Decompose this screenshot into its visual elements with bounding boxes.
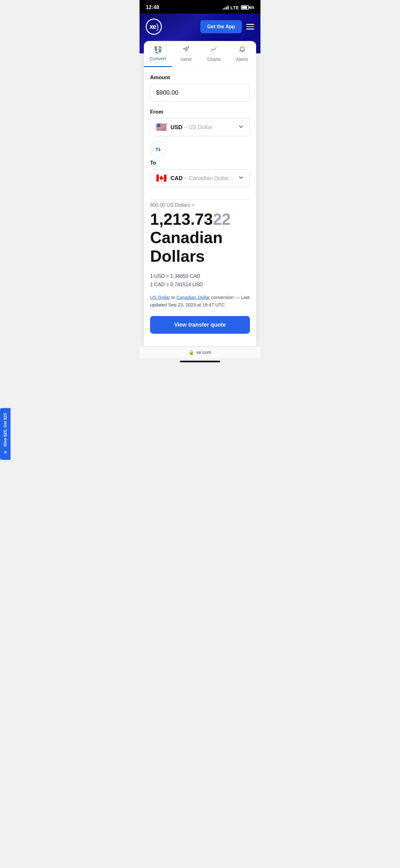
amount-label: Amount [150, 74, 250, 81]
result-display: 1,213.7322 [150, 210, 250, 228]
rate2: 1 CAD = 0.741514 USD [150, 280, 250, 289]
to-link-prefix: to [171, 294, 176, 300]
to-currency-display: 🇨🇦 CAD – Canadian Dollar [156, 174, 229, 183]
domain: xe.com [196, 349, 211, 355]
lte-label: LTE [230, 5, 239, 10]
get-app-button[interactable]: Get the App [200, 20, 242, 33]
to-link[interactable]: Canadian Dollar [176, 294, 210, 300]
result-currency-label: Canadian Dollars [150, 228, 250, 266]
logo-text: xe [149, 23, 156, 31]
lock-icon: 🔒 [189, 349, 194, 355]
to-chevron-icon [238, 175, 244, 182]
result-equation: 900.00 US Dollars = [150, 203, 250, 208]
from-chevron-icon [238, 124, 244, 131]
from-currency-select[interactable]: 🇺🇸 USD – US Dollar [150, 118, 250, 136]
view-quote-button[interactable]: View transfer quote [150, 316, 250, 334]
from-separator: – [184, 124, 189, 130]
bottom-bar: 🔒 xe.com [139, 346, 261, 358]
form-content: Amount From 🇺🇸 USD – US Dollar [144, 67, 256, 199]
amount-input[interactable] [150, 84, 250, 101]
to-label: To [150, 160, 250, 166]
xe-logo: xe ) [146, 19, 162, 35]
status-time: 12:48 [146, 4, 159, 10]
to-separator: – [184, 175, 189, 181]
from-flag: 🇺🇸 [156, 123, 167, 132]
battery-icon: 85 [241, 5, 254, 10]
to-name: Canadian Dollar [189, 175, 229, 181]
tab-send-label: Send [180, 57, 191, 62]
tab-send[interactable]: Send [172, 41, 200, 67]
rate-info: 1 USD = 1.34859 CAD 1 CAD = 0.741514 USD [150, 272, 250, 289]
tab-charts[interactable]: Charts [200, 41, 228, 67]
from-code: USD [171, 124, 182, 130]
send-icon [182, 46, 190, 55]
battery-level: 85 [250, 5, 254, 10]
status-bar: 12:48 LTE 85 [139, 0, 261, 14]
logo-paren: ) [156, 22, 158, 32]
result-currency: Canadian [150, 228, 223, 247]
alerts-icon [239, 46, 245, 55]
tab-convert[interactable]: 💱 Convert [144, 41, 172, 67]
charts-icon [210, 46, 218, 55]
result-bold: 1,213.73 [150, 210, 213, 228]
to-flag: 🇨🇦 [156, 174, 167, 183]
main-card: 💱 Convert Send Charts [144, 41, 256, 346]
swap-container [150, 141, 250, 157]
signal-bars [223, 5, 229, 10]
tab-alerts-label: Alerts [236, 57, 248, 62]
from-link[interactable]: US Dollar [150, 294, 170, 300]
result-dim: 22 [213, 210, 231, 228]
header-actions: Get the App [200, 20, 254, 33]
result-section: 900.00 US Dollars = 1,213.7322 Canadian … [144, 200, 256, 340]
from-currency-display: 🇺🇸 USD – US Dollar [156, 123, 212, 132]
convert-icon: 💱 [154, 46, 162, 54]
tab-alerts[interactable]: Alerts [228, 41, 257, 67]
result-currency2: Dollars [150, 247, 205, 265]
rate1: 1 USD = 1.34859 CAD [150, 272, 250, 280]
home-indicator [180, 361, 220, 362]
tab-convert-label: Convert [150, 56, 166, 61]
to-currency-select[interactable]: 🇨🇦 CAD – Canadian Dollar [150, 169, 250, 187]
tabs: 💱 Convert Send Charts [144, 41, 256, 67]
logo-circle: xe ) [146, 19, 162, 35]
status-right: LTE 85 [223, 5, 254, 10]
from-label: From [150, 109, 250, 115]
tab-charts-label: Charts [207, 57, 221, 62]
to-code: CAD [171, 175, 182, 181]
menu-icon[interactable] [246, 24, 254, 30]
swap-button[interactable] [150, 141, 166, 157]
from-name: US Dollar [189, 124, 212, 130]
last-updated: US Dollar to Canadian Dollar conversion … [150, 294, 250, 309]
